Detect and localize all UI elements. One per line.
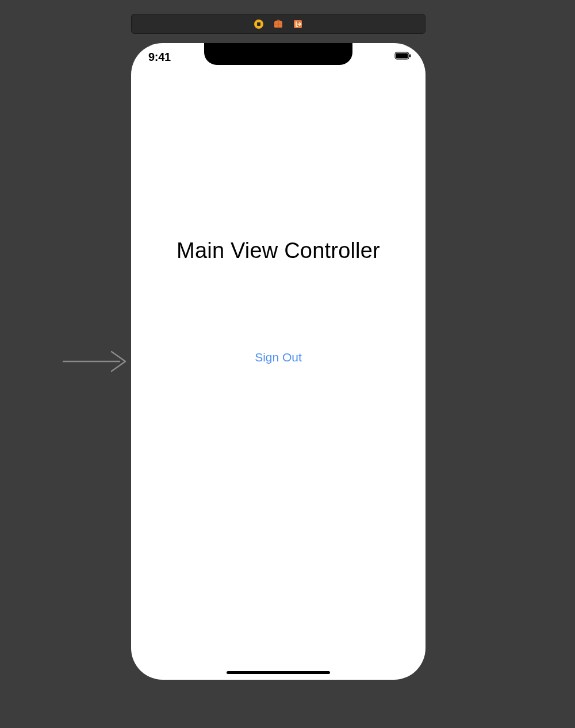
view-controller-icon[interactable] [254, 19, 264, 29]
device-screen: 9:41 Main View Controller Sign Out [131, 43, 425, 680]
status-time: 9:41 [148, 51, 171, 64]
svg-rect-9 [396, 53, 408, 59]
scene-dock [131, 14, 425, 34]
first-responder-icon[interactable] [273, 19, 283, 29]
exit-icon[interactable] [293, 19, 303, 29]
device-notch [204, 43, 352, 65]
svg-rect-10 [409, 55, 411, 57]
title-label: Main View Controller [131, 238, 425, 263]
svg-marker-3 [275, 20, 282, 21]
svg-rect-1 [257, 22, 260, 26]
home-indicator [227, 671, 330, 674]
battery-icon [394, 52, 412, 62]
view-controller-scene: Main View Controller Sign Out [131, 43, 425, 680]
sign-out-button[interactable]: Sign Out [131, 350, 425, 364]
initial-view-arrow-icon [62, 348, 130, 375]
device-frame: 9:41 Main View Controller Sign Out [131, 43, 425, 680]
